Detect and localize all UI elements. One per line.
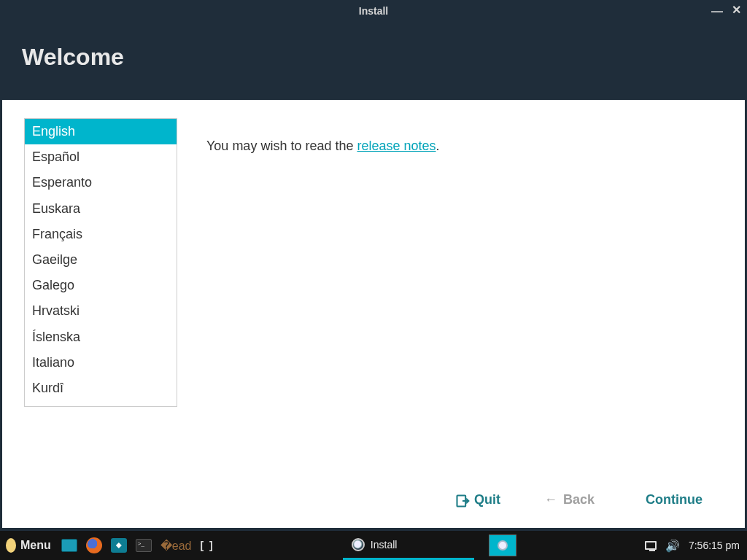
- quit-icon: [455, 494, 468, 507]
- quit-button[interactable]: Quit: [455, 492, 500, 508]
- taskbar-right: 🔊 7:56:15 pm: [640, 531, 747, 560]
- terminal-icon: [136, 539, 152, 552]
- language-option[interactable]: Gaeilge: [25, 247, 177, 273]
- task-install[interactable]: Install: [343, 531, 474, 560]
- firefox-launcher[interactable]: [82, 531, 107, 560]
- language-option[interactable]: Hrvatski: [25, 298, 177, 324]
- back-arrow-icon: ←: [544, 492, 557, 508]
- info-suffix: .: [436, 139, 440, 153]
- info-prefix: You may wish to read the: [206, 139, 357, 153]
- language-option[interactable]: Esperanto: [25, 170, 177, 195]
- language-option[interactable]: Galego: [25, 273, 177, 298]
- files-icon: [111, 538, 127, 553]
- desktop-icon: [61, 539, 77, 552]
- menu-button[interactable]: Menu: [0, 531, 57, 560]
- info-text: You may wish to read the release notes.: [206, 118, 723, 478]
- firefox-icon: [86, 537, 102, 553]
- continue-label: Continue: [646, 492, 703, 508]
- speaker-icon: 🔊: [665, 539, 680, 553]
- task-label: Install: [371, 539, 398, 551]
- back-button: ← Back: [544, 492, 595, 508]
- continue-button[interactable]: Continue: [646, 492, 703, 508]
- back-label: Back: [563, 492, 595, 508]
- button-row: Quit ← Back Continue: [24, 478, 723, 515]
- brackets-icon: [ ]: [200, 540, 214, 551]
- header: Welcome: [0, 22, 747, 100]
- language-option[interactable]: Euskara: [25, 196, 177, 222]
- display-tray-icon[interactable]: [645, 541, 657, 550]
- window-controls: — ✕: [711, 3, 741, 17]
- clock[interactable]: 7:56:15 pm: [689, 540, 740, 551]
- show-desktop-button[interactable]: [57, 531, 82, 560]
- language-option[interactable]: Français: [25, 222, 177, 247]
- launcher-item[interactable]: �ead: [156, 531, 196, 560]
- content-area: EnglishEspañolEsperantoEuskaraFrançaisGa…: [2, 100, 745, 528]
- menu-label: Menu: [20, 539, 51, 552]
- minimize-icon[interactable]: —: [711, 5, 723, 18]
- terminal-launcher[interactable]: [131, 531, 156, 560]
- screen-icon: [645, 541, 657, 550]
- window-thumbnail[interactable]: [489, 534, 516, 556]
- brackets-launcher[interactable]: [ ]: [196, 531, 218, 560]
- taskbar-center: Install: [219, 531, 640, 560]
- language-option[interactable]: English: [25, 119, 177, 144]
- close-icon[interactable]: ✕: [732, 3, 741, 17]
- language-option[interactable]: Italiano: [25, 350, 177, 376]
- distro-logo-icon: [6, 538, 16, 553]
- language-list[interactable]: EnglishEspañolEsperantoEuskaraFrançaisGa…: [24, 118, 177, 407]
- files-launcher[interactable]: [107, 531, 131, 560]
- main-row: EnglishEspañolEsperantoEuskaraFrançaisGa…: [24, 118, 723, 478]
- window-title: Install: [359, 5, 388, 17]
- taskbar: Menu �ead [ ] Install 🔊 7:56:15 pm: [0, 531, 747, 560]
- language-option[interactable]: Español: [25, 144, 177, 170]
- taskbar-left: Menu �ead [ ]: [0, 531, 219, 560]
- boot-icon: �ead: [160, 539, 192, 553]
- release-notes-link[interactable]: release notes: [357, 139, 436, 153]
- quit-label: Quit: [474, 492, 500, 508]
- language-option[interactable]: Íslenska: [25, 324, 177, 350]
- page-title: Welcome: [22, 44, 725, 71]
- thumb-disc-icon: [498, 540, 508, 551]
- language-option[interactable]: Latviski: [25, 401, 177, 407]
- installer-window: Install — ✕ Welcome EnglishEspañolEspera…: [0, 0, 747, 531]
- installer-disc-icon: [352, 538, 365, 551]
- volume-tray-icon[interactable]: 🔊: [665, 539, 680, 553]
- titlebar[interactable]: Install — ✕: [0, 0, 747, 22]
- language-option[interactable]: Kurdî: [25, 376, 177, 401]
